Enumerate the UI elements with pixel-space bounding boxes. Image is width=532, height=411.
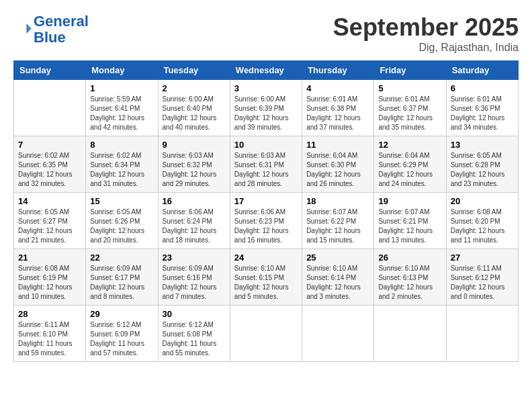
calendar-cell: 14Sunrise: 6:05 AM Sunset: 6:27 PM Dayli… [14,193,86,249]
calendar-cell: 18Sunrise: 6:07 AM Sunset: 6:22 PM Dayli… [302,193,374,249]
day-number: 30 [163,309,226,319]
calendar-cell: 11Sunrise: 6:04 AM Sunset: 6:30 PM Dayli… [302,136,374,193]
day-number: 1 [90,83,153,93]
calendar-week-row: 1Sunrise: 5:59 AM Sunset: 6:41 PM Daylig… [14,80,519,136]
logo: General Blue [13,13,89,46]
calendar-cell: 23Sunrise: 6:09 AM Sunset: 6:16 PM Dayli… [158,249,230,306]
day-info: Sunrise: 6:06 AM Sunset: 6:24 PM Dayligh… [163,208,226,245]
calendar-cell: 2Sunrise: 6:00 AM Sunset: 6:40 PM Daylig… [158,80,230,136]
calendar-cell: 28Sunrise: 6:11 AM Sunset: 6:10 PM Dayli… [14,306,86,362]
calendar-cell: 3Sunrise: 6:00 AM Sunset: 6:39 PM Daylig… [230,80,302,136]
calendar-cell: 6Sunrise: 6:01 AM Sunset: 6:36 PM Daylig… [446,80,518,136]
day-info: Sunrise: 6:11 AM Sunset: 6:12 PM Dayligh… [451,264,514,302]
weekday-header: Thursday [302,61,374,80]
day-info: Sunrise: 6:02 AM Sunset: 6:34 PM Dayligh… [90,151,153,189]
calendar-week-row: 7Sunrise: 6:02 AM Sunset: 6:35 PM Daylig… [14,136,519,193]
weekday-header: Sunday [14,61,86,80]
day-info: Sunrise: 6:03 AM Sunset: 6:32 PM Dayligh… [163,151,226,189]
calendar-week-row: 21Sunrise: 6:08 AM Sunset: 6:19 PM Dayli… [14,249,519,306]
day-number: 22 [90,253,153,263]
day-number: 5 [378,83,441,93]
calendar-cell: 17Sunrise: 6:06 AM Sunset: 6:23 PM Dayli… [230,193,302,249]
calendar-cell: 22Sunrise: 6:09 AM Sunset: 6:17 PM Dayli… [86,249,158,306]
day-info: Sunrise: 6:05 AM Sunset: 6:28 PM Dayligh… [451,151,514,189]
calendar-cell: 13Sunrise: 6:05 AM Sunset: 6:28 PM Dayli… [446,136,518,193]
calendar-header-row: SundayMondayTuesdayWednesdayThursdayFrid… [14,61,519,80]
calendar-cell: 20Sunrise: 6:08 AM Sunset: 6:20 PM Dayli… [446,193,518,249]
day-info: Sunrise: 6:04 AM Sunset: 6:29 PM Dayligh… [378,151,441,189]
calendar-cell: 5Sunrise: 6:01 AM Sunset: 6:37 PM Daylig… [374,80,446,136]
day-number: 4 [306,83,369,93]
day-info: Sunrise: 6:01 AM Sunset: 6:36 PM Dayligh… [451,95,514,132]
day-info: Sunrise: 6:11 AM Sunset: 6:10 PM Dayligh… [18,320,81,358]
calendar-cell [446,306,518,362]
day-info: Sunrise: 6:05 AM Sunset: 6:26 PM Dayligh… [90,208,153,245]
logo-text: General Blue [34,13,89,46]
day-number: 8 [90,140,153,150]
day-info: Sunrise: 6:10 AM Sunset: 6:15 PM Dayligh… [234,264,298,302]
calendar-cell: 8Sunrise: 6:02 AM Sunset: 6:34 PM Daylig… [86,136,158,193]
calendar-cell: 10Sunrise: 6:03 AM Sunset: 6:31 PM Dayli… [230,136,302,193]
calendar-cell: 7Sunrise: 6:02 AM Sunset: 6:35 PM Daylig… [14,136,86,193]
day-info: Sunrise: 6:02 AM Sunset: 6:35 PM Dayligh… [18,151,81,189]
day-info: Sunrise: 5:59 AM Sunset: 6:41 PM Dayligh… [90,95,153,132]
day-number: 13 [451,140,514,150]
day-number: 19 [378,196,441,206]
day-info: Sunrise: 6:00 AM Sunset: 6:39 PM Dayligh… [234,95,298,132]
day-number: 6 [451,83,514,93]
day-number: 7 [18,140,81,150]
calendar-cell: 21Sunrise: 6:08 AM Sunset: 6:19 PM Dayli… [14,249,86,306]
day-info: Sunrise: 6:06 AM Sunset: 6:23 PM Dayligh… [234,208,298,245]
day-number: 20 [451,196,514,206]
day-info: Sunrise: 6:09 AM Sunset: 6:17 PM Dayligh… [90,264,153,302]
calendar-body: 1Sunrise: 5:59 AM Sunset: 6:41 PM Daylig… [14,80,519,362]
day-info: Sunrise: 6:12 AM Sunset: 6:08 PM Dayligh… [163,320,226,358]
calendar-cell [230,306,302,362]
day-number: 10 [234,140,298,150]
weekday-header: Saturday [446,61,518,80]
calendar-cell: 19Sunrise: 6:07 AM Sunset: 6:21 PM Dayli… [374,193,446,249]
day-number: 12 [378,140,441,150]
calendar-week-row: 28Sunrise: 6:11 AM Sunset: 6:10 PM Dayli… [14,306,519,362]
calendar-cell: 9Sunrise: 6:03 AM Sunset: 6:32 PM Daylig… [158,136,230,193]
day-number: 25 [306,253,369,263]
calendar-cell: 29Sunrise: 6:12 AM Sunset: 6:09 PM Dayli… [86,306,158,362]
logo-icon [13,20,32,39]
day-number: 9 [163,140,226,150]
day-number: 21 [18,253,81,263]
svg-marker-1 [28,25,32,32]
day-number: 23 [163,253,226,263]
page-header: General Blue September 2025 Dig, Rajasth… [13,13,519,54]
day-number: 3 [234,83,298,93]
day-number: 2 [163,83,226,93]
month-title: September 2025 [333,13,519,42]
calendar-cell [14,80,86,136]
calendar-week-row: 14Sunrise: 6:05 AM Sunset: 6:27 PM Dayli… [14,193,519,249]
day-number: 14 [18,196,81,206]
calendar-cell: 25Sunrise: 6:10 AM Sunset: 6:14 PM Dayli… [302,249,374,306]
day-number: 26 [378,253,441,263]
day-number: 16 [163,196,226,206]
day-info: Sunrise: 6:10 AM Sunset: 6:14 PM Dayligh… [306,264,369,302]
logo-line1: General [34,13,89,30]
day-info: Sunrise: 6:03 AM Sunset: 6:31 PM Dayligh… [234,151,298,189]
calendar-cell: 26Sunrise: 6:10 AM Sunset: 6:13 PM Dayli… [374,249,446,306]
logo-line2: Blue [34,29,66,46]
day-info: Sunrise: 6:07 AM Sunset: 6:22 PM Dayligh… [306,208,369,245]
day-info: Sunrise: 6:09 AM Sunset: 6:16 PM Dayligh… [163,264,226,302]
day-info: Sunrise: 6:08 AM Sunset: 6:19 PM Dayligh… [18,264,81,302]
calendar-cell [374,306,446,362]
calendar-cell: 12Sunrise: 6:04 AM Sunset: 6:29 PM Dayli… [374,136,446,193]
day-number: 28 [18,309,81,319]
day-info: Sunrise: 6:12 AM Sunset: 6:09 PM Dayligh… [90,320,153,358]
calendar-cell: 30Sunrise: 6:12 AM Sunset: 6:08 PM Dayli… [158,306,230,362]
day-number: 27 [451,253,514,263]
calendar-cell: 15Sunrise: 6:05 AM Sunset: 6:26 PM Dayli… [86,193,158,249]
weekday-header: Friday [374,61,446,80]
day-info: Sunrise: 6:00 AM Sunset: 6:40 PM Dayligh… [163,95,226,132]
day-info: Sunrise: 6:07 AM Sunset: 6:21 PM Dayligh… [378,208,441,245]
weekday-header: Monday [86,61,158,80]
day-info: Sunrise: 6:01 AM Sunset: 6:37 PM Dayligh… [378,95,441,132]
day-info: Sunrise: 6:05 AM Sunset: 6:27 PM Dayligh… [18,208,81,245]
day-number: 18 [306,196,369,206]
